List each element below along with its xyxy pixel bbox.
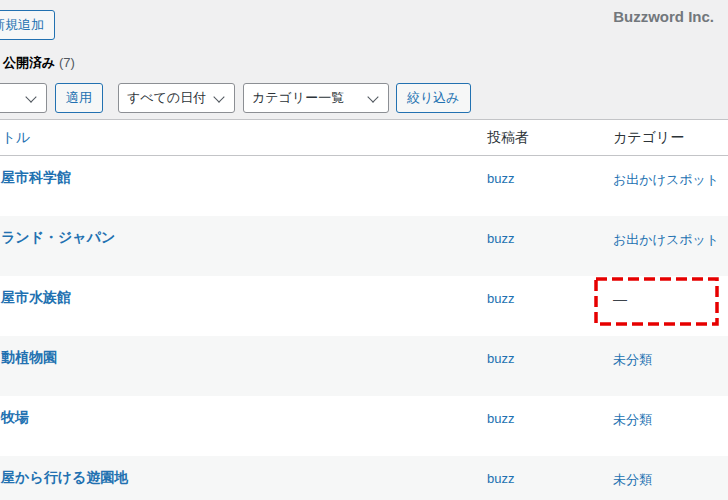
post-category-link[interactable]: 未分類 [613,351,652,369]
post-category-link[interactable]: 未分類 [613,411,652,429]
filter-button[interactable]: 絞り込み [396,83,471,113]
post-author-link[interactable]: buzz [487,171,514,186]
post-author-link[interactable]: buzz [487,351,514,366]
column-header-author: 投稿者 [487,129,529,147]
bulk-action-select[interactable] [0,83,47,113]
post-category-link[interactable]: お出かけスポット [613,171,719,189]
date-filter-value: すべての日付 [127,90,206,105]
chevron-down-icon [25,91,36,102]
post-author-link[interactable]: buzz [487,471,514,486]
published-count: (7) [59,55,75,70]
post-title-link[interactable]: 牧場 [1,409,29,427]
table-row: 屋市科学館 buzz お出かけスポット [0,156,728,216]
column-header-category: カテゴリー [613,129,684,147]
post-status-filter: 公開済み (7) [3,54,75,72]
post-category-link[interactable]: お出かけスポット [613,231,719,249]
table-row: 動植物園 buzz 未分類 [0,336,728,396]
post-title-link[interactable]: 屋から行ける遊園地 [1,469,128,487]
table-header-row: タイトル 投稿者 カテゴリー [0,120,728,156]
post-author-link[interactable]: buzz [487,291,514,306]
post-author-link[interactable]: buzz [487,231,514,246]
table-row: 屋から行ける遊園地 buzz 未分類 [0,456,728,500]
post-category-empty: — [613,291,627,307]
post-title-link[interactable]: 動植物園 [1,349,57,367]
post-title-link[interactable]: 屋市水族館 [1,289,71,307]
post-title-link[interactable]: 屋市科学館 [1,169,71,187]
site-name: Buzzword Inc. [613,8,714,25]
category-filter-select[interactable]: カテゴリー一覧 [243,83,389,113]
chevron-down-icon [367,91,378,102]
posts-list-page: 新規追加 Buzzword Inc. 公開済み (7) 適用 すべての日付 カテ… [0,0,728,500]
posts-table: タイトル 投稿者 カテゴリー 屋市科学館 buzz お出かけスポット ランド・ジ… [0,119,728,500]
category-filter-value: カテゴリー一覧 [252,90,344,105]
table-row: 屋市水族館 buzz — [0,276,728,336]
apply-button[interactable]: 適用 [55,83,103,113]
add-new-button[interactable]: 新規追加 [0,10,55,40]
post-author-link[interactable]: buzz [487,411,514,426]
post-title-link[interactable]: ランド・ジャパン [1,229,115,247]
chevron-down-icon [213,91,224,102]
table-row: 牧場 buzz 未分類 [0,396,728,456]
column-header-title[interactable]: タイトル [0,129,30,147]
date-filter-select[interactable]: すべての日付 [118,83,235,113]
table-row: ランド・ジャパン buzz お出かけスポット [0,216,728,276]
published-filter-link[interactable]: 公開済み [3,55,55,70]
post-category-link[interactable]: 未分類 [613,471,652,489]
